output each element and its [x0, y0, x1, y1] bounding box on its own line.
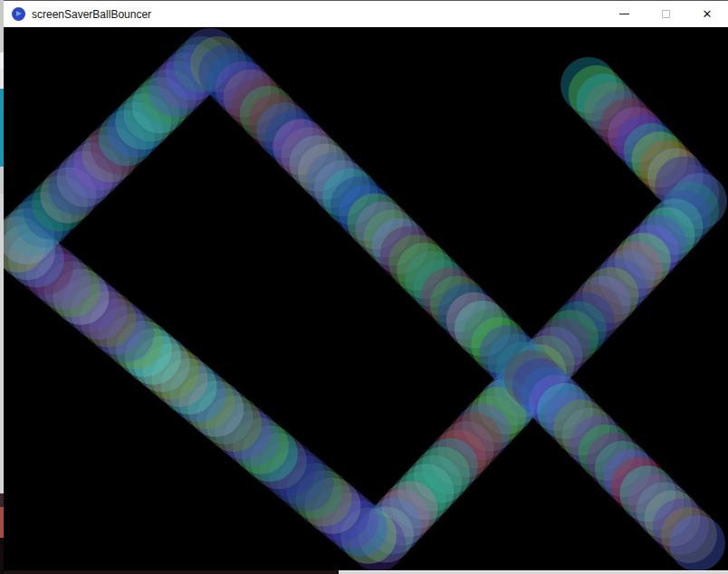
title-bar[interactable]: screenSaverBallBouncer ✕	[4, 0, 728, 27]
minimize-button[interactable]	[603, 1, 645, 27]
maximize-button[interactable]	[645, 1, 686, 27]
ball-bouncer-canvas	[4, 27, 728, 570]
app-window: screenSaverBallBouncer ✕	[4, 0, 728, 570]
bottom-sliver-light	[339, 570, 728, 574]
ball-trail-svg	[4, 27, 728, 570]
desktop-background-bottom-sliver	[4, 570, 728, 574]
window-title: screenSaverBallBouncer	[32, 8, 603, 21]
ball-trail-circle	[669, 515, 725, 570]
app-icon[interactable]	[12, 7, 25, 21]
bottom-sliver-dark	[4, 570, 339, 574]
close-button[interactable]: ✕	[686, 1, 728, 27]
minimize-icon	[619, 14, 629, 14]
window-controls: ✕	[603, 1, 728, 27]
screen: screenSaverBallBouncer ✕	[0, 0, 728, 574]
maximize-icon	[662, 10, 670, 18]
close-icon: ✕	[703, 8, 713, 20]
